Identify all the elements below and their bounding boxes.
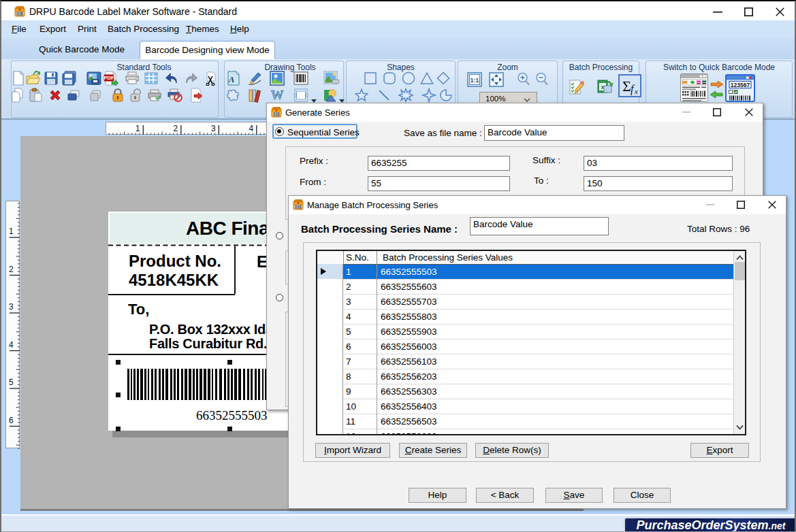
svg-text:4: 4 bbox=[9, 340, 14, 350]
svg-text:6: 6 bbox=[9, 416, 14, 425]
svg-text:PDF: PDF bbox=[104, 75, 114, 81]
svg-text:1:1: 1:1 bbox=[470, 77, 479, 84]
svg-text:5: 5 bbox=[9, 378, 14, 387]
svg-text:1: 1 bbox=[136, 124, 140, 133]
svg-text:x: x bbox=[634, 87, 638, 95]
svg-text:1: 1 bbox=[9, 227, 14, 236]
svg-text:4: 4 bbox=[249, 124, 253, 133]
svg-text:W: W bbox=[271, 88, 284, 102]
svg-text:Σ: Σ bbox=[622, 78, 631, 95]
svg-text:3: 3 bbox=[211, 124, 216, 133]
svg-text:3: 3 bbox=[9, 302, 14, 312]
svg-text:123567: 123567 bbox=[731, 82, 750, 88]
svg-text:A: A bbox=[228, 74, 235, 84]
svg-text:2: 2 bbox=[173, 124, 178, 133]
svg-text:2: 2 bbox=[9, 265, 14, 274]
